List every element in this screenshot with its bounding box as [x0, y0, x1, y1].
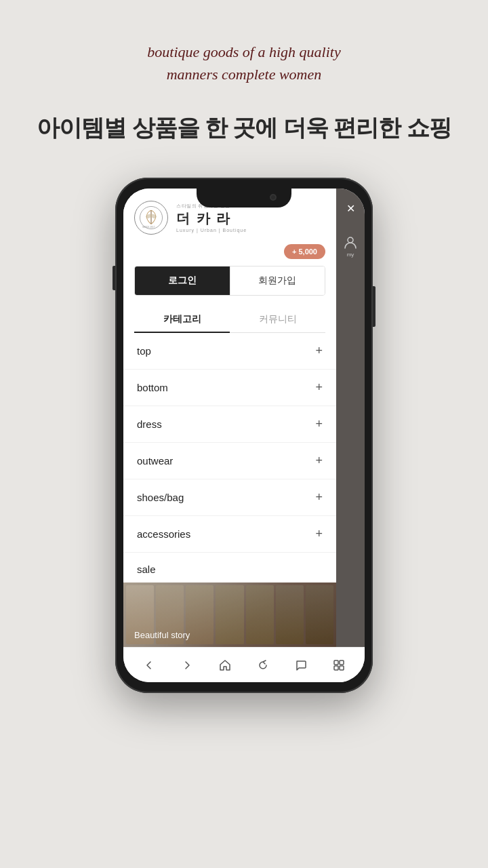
- category-item-outwear[interactable]: outwear +: [123, 443, 336, 479]
- sidebar-user-icon[interactable]: my: [343, 235, 358, 258]
- expand-icon-outwear: +: [315, 454, 323, 468]
- svg-rect-7: [334, 666, 338, 670]
- category-item-bottom[interactable]: bottom +: [123, 370, 336, 406]
- nav-grid-button[interactable]: [327, 653, 351, 677]
- screen-content: ✕ my: [123, 189, 365, 682]
- svg-text:SINCE 2017: SINCE 2017: [142, 226, 155, 229]
- nav-chat-button[interactable]: [289, 653, 313, 677]
- nav-forward-button[interactable]: [175, 653, 199, 677]
- korean-title: 아이템별 상품을 한 곳에 더욱 편리한 쇼핑: [37, 113, 451, 144]
- brand-tagline: Luxury | Urban | Boutique: [176, 228, 247, 233]
- category-label-bottom: bottom: [137, 382, 168, 393]
- notch: [197, 189, 291, 208]
- tagline: boutique goods of a high quality manners…: [147, 41, 340, 85]
- expand-icon-accessories: +: [315, 527, 323, 541]
- register-button[interactable]: 회원가입: [230, 267, 325, 295]
- tab-category[interactable]: 카테고리: [134, 307, 230, 332]
- category-tabs: 카테고리 커뮤니티: [134, 307, 325, 333]
- story-overlay: Beautiful story: [123, 583, 336, 647]
- points-badge: + 5,000: [284, 244, 325, 259]
- expand-icon-dress: +: [315, 417, 323, 431]
- svg-rect-5: [334, 660, 338, 665]
- phone-shell: ✕ my: [115, 178, 373, 693]
- category-item-dress[interactable]: dress +: [123, 406, 336, 443]
- nav-home-button[interactable]: [213, 653, 237, 677]
- sidebar-user-label: my: [347, 252, 354, 258]
- expand-icon-top: +: [315, 344, 323, 358]
- nav-back-button[interactable]: [137, 653, 161, 677]
- category-label-top: top: [137, 345, 151, 357]
- logo-circle: SINCE 2017: [134, 201, 168, 235]
- sidebar-overlay: ✕ my: [336, 189, 365, 647]
- nav-refresh-button[interactable]: [251, 653, 275, 677]
- auth-buttons: 로그인 회원가입: [134, 266, 325, 296]
- sidebar-close-button[interactable]: ✕: [346, 202, 355, 215]
- category-item-shoes-bag[interactable]: shoes/bag +: [123, 479, 336, 516]
- svg-point-0: [348, 237, 353, 243]
- tab-community[interactable]: 커뮤니티: [230, 307, 325, 332]
- category-label-outwear: outwear: [137, 455, 173, 467]
- svg-rect-8: [340, 666, 344, 670]
- story-banner[interactable]: Beautiful story: [123, 583, 336, 647]
- svg-rect-6: [340, 660, 344, 665]
- notch-camera: [270, 194, 277, 201]
- category-label-sale: sale: [137, 564, 156, 575]
- category-item-top[interactable]: top +: [123, 333, 336, 370]
- story-label: Beautiful story: [134, 630, 190, 640]
- category-label-dress: dress: [137, 418, 162, 430]
- category-label-accessories: accessories: [137, 528, 190, 540]
- page-wrapper: boutique goods of a high quality manners…: [0, 0, 488, 868]
- login-button[interactable]: 로그인: [135, 267, 230, 295]
- phone-screen: ✕ my: [123, 189, 365, 682]
- menu-area: SINCE 2017 스타일의 취향나른 공간 더 카 라 Luxury | U…: [123, 189, 336, 647]
- category-item-accessories[interactable]: accessories +: [123, 516, 336, 553]
- category-label-shoes-bag: shoes/bag: [137, 492, 184, 503]
- expand-icon-shoes-bag: +: [315, 490, 323, 505]
- expand-icon-bottom: +: [315, 380, 323, 395]
- bottom-nav: [123, 647, 365, 682]
- brand-name: 더 카 라: [176, 210, 247, 228]
- category-list: top + bottom + dress +: [123, 333, 336, 583]
- category-item-sale[interactable]: sale: [123, 553, 336, 583]
